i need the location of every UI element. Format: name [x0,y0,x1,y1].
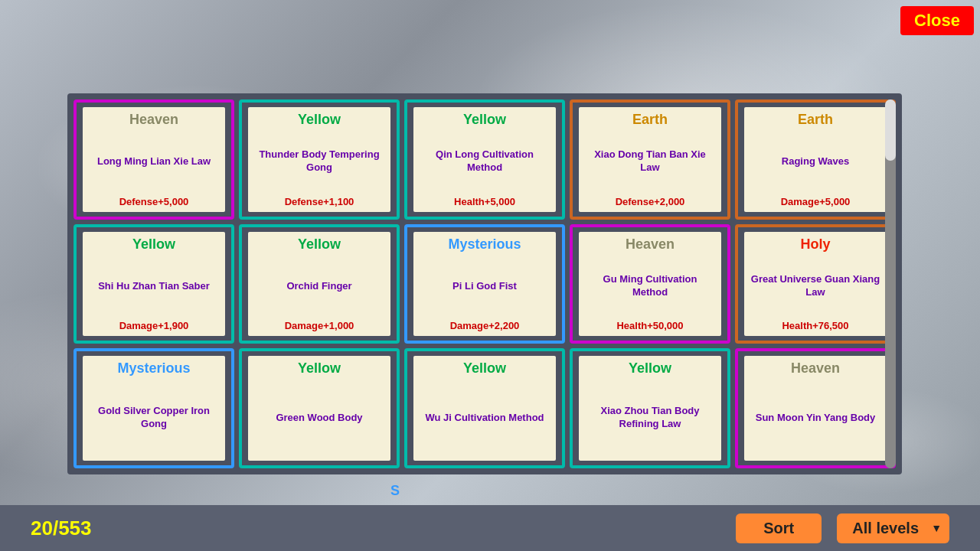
card-1[interactable]: Heaven Long Ming Lian Xie Law Defense+5,… [74,99,234,220]
card-9-grade: Heaven [585,236,715,253]
card-2-name: Thunder Body Tempering Gong [254,131,384,193]
close-button[interactable]: Close [900,6,974,35]
card-1-name: Long Ming Lian Xie Law [89,131,219,193]
card-10-name: Great Universe Guan Xiang Law [750,256,880,318]
card-14[interactable]: Yellow Xiao Zhou Tian Body Refining Law [570,348,730,468]
sort-button[interactable]: Sort [736,514,822,543]
card-7-stat: Damage+1,000 [254,320,384,331]
card-11-name: Gold Silver Copper Iron Gong [89,380,219,456]
card-8-name: Pi Li God Fist [420,256,550,318]
card-6-stat: Damage+1,900 [89,320,219,331]
card-15-name: Sun Moon Yin Yang Body [750,380,880,456]
card-7-name: Orchid Finger [254,256,384,318]
card-2-stat: Defense+1,100 [254,196,384,207]
card-2-grade: Yellow [254,112,384,128]
card-4-name: Xiao Dong Tian Ban Xie Law [585,131,715,193]
card-5-stat: Damage+5,000 [750,196,880,207]
card-11[interactable]: Mysterious Gold Silver Copper Iron Gong [74,348,234,468]
card-1-stat: Defense+5,000 [89,196,219,207]
card-9-stat: Health+50,000 [585,320,715,331]
bottom-bar: 20/553 Sort All levels ▼ [0,505,980,551]
card-9[interactable]: Heaven Gu Ming Cultivation Method Health… [570,224,730,344]
card-15-grade: Heaven [750,360,880,377]
count-label: 20/553 [31,517,92,540]
card-3-name: Qin Long Cultivation Method [420,131,550,193]
card-7-grade: Yellow [254,236,384,253]
card-4-grade: Earth [585,112,715,128]
card-10-stat: Health+76,500 [750,320,880,331]
card-14-grade: Yellow [585,360,715,377]
card-6-name: Shi Hu Zhan Tian Saber [89,256,219,318]
card-13-grade: Yellow [420,360,550,377]
card-12-name: Green Wood Body [254,380,384,456]
card-11-grade: Mysterious [89,360,219,377]
card-6-grade: Yellow [89,236,219,253]
card-12[interactable]: Yellow Green Wood Body [239,348,400,468]
card-3[interactable]: Yellow Qin Long Cultivation Method Healt… [404,99,565,220]
scrollbar[interactable] [885,99,896,468]
scrollbar-thumb[interactable] [885,99,896,161]
card-10[interactable]: Holy Great Universe Guan Xiang Law Healt… [735,224,896,344]
card-5-grade: Earth [750,112,880,128]
card-14-name: Xiao Zhou Tian Body Refining Law [585,380,715,456]
level-select-wrap[interactable]: All levels ▼ [837,514,949,543]
card-3-stat: Health+5,000 [420,196,550,207]
card-1-grade: Heaven [89,112,219,128]
card-5[interactable]: Earth Raging Waves Damage+5,000 [735,99,896,220]
card-9-name: Gu Ming Cultivation Method [585,256,715,318]
card-8-grade: Mysterious [420,236,550,253]
card-15[interactable]: Heaven Sun Moon Yin Yang Body [735,348,896,468]
card-13[interactable]: Yellow Wu Ji Cultivation Method [404,348,565,468]
card-10-grade: Holy [750,236,880,253]
card-2[interactable]: Yellow Thunder Body Tempering Gong Defen… [239,99,400,220]
level-select[interactable]: All levels [837,514,949,543]
card-8[interactable]: Mysterious Pi Li God Fist Damage+2,200 [404,224,565,344]
card-3-grade: Yellow [420,112,550,128]
s-indicator: S [390,483,400,499]
card-13-name: Wu Ji Cultivation Method [420,380,550,456]
card-6[interactable]: Yellow Shi Hu Zhan Tian Saber Damage+1,9… [74,224,234,344]
card-12-grade: Yellow [254,360,384,377]
skills-panel: Heaven Long Ming Lian Xie Law Defense+5,… [67,93,902,474]
skills-grid: Heaven Long Ming Lian Xie Law Defense+5,… [74,99,896,468]
card-8-stat: Damage+2,200 [420,320,550,331]
card-4-stat: Defense+2,000 [585,196,715,207]
card-4[interactable]: Earth Xiao Dong Tian Ban Xie Law Defense… [570,99,730,220]
card-7[interactable]: Yellow Orchid Finger Damage+1,000 [239,224,400,344]
card-5-name: Raging Waves [750,131,880,193]
